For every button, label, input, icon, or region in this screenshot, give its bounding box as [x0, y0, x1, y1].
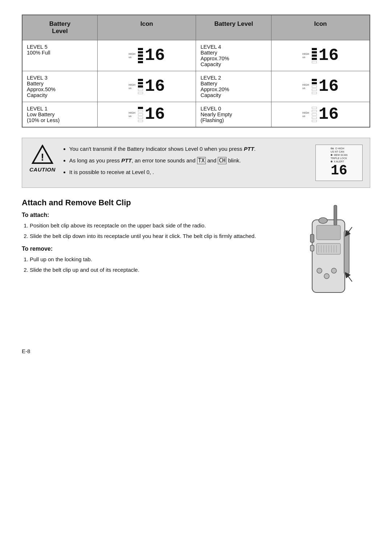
radio-svg-image [290, 198, 367, 336]
svg-rect-6 [310, 245, 314, 251]
svg-point-16 [319, 218, 327, 223]
level-5-icon: HIGH us 16 [98, 40, 196, 71]
level-2-icon: HIGH us 16 [271, 71, 370, 102]
level-5-text: LEVEL 5100% Full [22, 40, 98, 71]
attach-step-2: Slide the belt clip down into its recept… [30, 232, 279, 240]
svg-rect-3 [334, 205, 337, 225]
table-row: LEVEL 1Low Battery(10% or Less) HIGH us [22, 102, 370, 128]
caution-text: You can't transmit if the Battery Indica… [62, 145, 309, 179]
level-4-icon: HIGH us 16 [271, 40, 370, 71]
to-attach-list: Position belt clip above its receptacle … [22, 221, 279, 241]
to-remove-heading: To remove: [22, 246, 279, 252]
caution-point-1: You can't transmit if the Battery Indica… [69, 145, 309, 153]
caution-label: CAUTION [29, 166, 56, 173]
caution-display: TX O HIGH US NT CAN MEM SCAN TRIPLE LOCK… [315, 145, 363, 181]
caution-display-row: TX O HIGH [331, 147, 348, 150]
svg-rect-4 [317, 225, 340, 240]
battery-table: BatteryLevel Icon Battery Level Icon LEV… [22, 15, 370, 128]
caution-display-row: X ALERT [331, 160, 348, 163]
caution-display-row: US NT CAN [331, 150, 348, 153]
svg-line-19 [347, 274, 352, 282]
belt-clip-text: Attach and Remove Belt Clip To attach: P… [22, 198, 279, 279]
belt-clip-section: Attach and Remove Belt Clip To attach: P… [22, 198, 370, 337]
svg-rect-5 [310, 234, 314, 242]
col-header-icon-1: Icon [98, 15, 196, 40]
svg-text:!: ! [41, 152, 44, 163]
table-row: LEVEL 5100% Full HIGH us 16 [22, 40, 370, 71]
col-header-icon-2: Icon [271, 15, 370, 40]
remove-step-2: Slide the belt clip up and out of its re… [30, 266, 279, 274]
caution-display-row: TRIPLE LOCK [331, 157, 348, 160]
section-title: Attach and Remove Belt Clip [22, 198, 279, 207]
page-number: E-8 [22, 348, 370, 354]
level-4-text: LEVEL 4BatteryApprox.70%Capacity [196, 40, 271, 71]
svg-rect-7 [317, 243, 340, 254]
table-row: LEVEL 3BatteryApprox.50%Capacity HIGH us [22, 71, 370, 102]
level-1-icon: HIGH us 16 [98, 102, 196, 128]
caution-point-2: As long as you press PTT, an error tone … [69, 156, 309, 165]
svg-point-21 [331, 268, 336, 273]
to-attach-heading: To attach: [22, 212, 279, 218]
caution-icon-col: ! CAUTION [29, 145, 56, 173]
caution-box: ! CAUTION You can't transmit if the Batt… [22, 138, 370, 188]
level-2-text: LEVEL 2BatteryApprox.20%Capacity [196, 71, 271, 102]
svg-point-20 [317, 268, 322, 273]
svg-point-22 [324, 274, 329, 279]
level-0-text: LEVEL 0Nearly Empty(Flashing) [196, 102, 271, 128]
attach-step-1: Position belt clip above its receptacle … [30, 221, 279, 230]
level-3-icon: HIGH us 16 [98, 71, 196, 102]
to-remove-list: Pull up on the locking tab. Slide the be… [22, 255, 279, 274]
level-1-text: LEVEL 1Low Battery(10% or Less) [22, 102, 98, 128]
level-0-icon: HIGH us 16 [271, 102, 370, 128]
col-header-battery-level: BatteryLevel [22, 15, 98, 40]
caution-seg-digit: 16 [331, 163, 347, 178]
remove-step-1: Pull up on the locking tab. [30, 255, 279, 263]
caution-display-row: MEM SCAN [331, 154, 348, 156]
level-3-text: LEVEL 3BatteryApprox.50%Capacity [22, 71, 98, 102]
caution-point-3: It is possible to receive at Level 0, . [69, 168, 309, 177]
col-header-battery-level-2: Battery Level [196, 15, 271, 40]
caution-triangle-icon: ! [32, 145, 53, 164]
svg-rect-17 [344, 231, 349, 274]
radio-illustration [290, 198, 370, 337]
